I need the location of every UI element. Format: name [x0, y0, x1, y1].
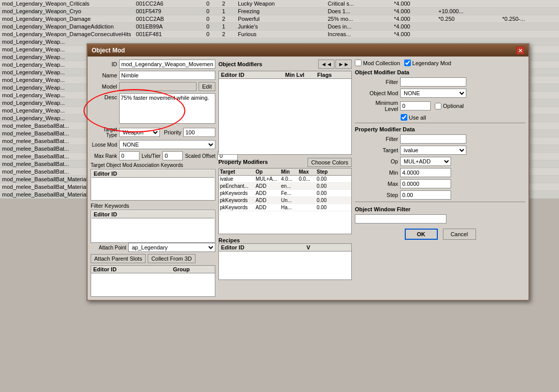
- ok-button[interactable]: OK: [405, 229, 438, 240]
- prop-mod-list[interactable]: Target Op Min Max Step ivalue MUL+A... 4…: [218, 168, 352, 234]
- dialog-close-button[interactable]: ✕: [516, 46, 524, 54]
- mod-collection-label[interactable]: Mod Collection: [355, 60, 400, 66]
- op-select[interactable]: MUL+ADD: [400, 157, 451, 166]
- name-row: Name: [91, 71, 215, 80]
- prop-row[interactable]: ivalue MUL+A... 4.0... 0.0... 0.00: [219, 176, 351, 183]
- min-label: Min: [355, 170, 398, 176]
- middle-panel: Object Modifiers ◄◄ ►► Editor ID Min Lvl…: [218, 60, 352, 297]
- divider1: [355, 123, 525, 123]
- legendary-mod-label[interactable]: Legendary Mod: [404, 60, 451, 66]
- bottom-list[interactable]: Editor ID Group: [91, 265, 215, 297]
- id-label: ID: [91, 61, 117, 67]
- target-object-mod-label: Target Object Mod Association Keywords: [91, 162, 215, 168]
- dialog-title: Object Mod: [92, 47, 125, 54]
- property-modifier-data-section: Property Modifier Data Filter Target iva…: [355, 126, 525, 200]
- loose-mod-select[interactable]: NONE: [119, 140, 215, 149]
- prop-min: en...: [281, 183, 299, 189]
- prop-step: 0.00: [317, 183, 334, 189]
- name-input[interactable]: [119, 71, 215, 80]
- mod-collection-checkbox[interactable]: [355, 60, 361, 66]
- target-type-row: Target Type Weapon Priority: [91, 127, 215, 138]
- attach-point-row: Attach Point ap_Legendary: [91, 243, 215, 252]
- name-label: Name: [91, 72, 117, 78]
- priority-input[interactable]: [183, 128, 215, 137]
- step-input[interactable]: [400, 190, 451, 200]
- max-input[interactable]: [400, 179, 451, 188]
- prop-target: peEnchant...: [220, 183, 256, 189]
- obj-list-header: Editor ID Min Lvl Flags: [219, 71, 351, 79]
- loose-mod-row: Loose Mod NONE: [91, 140, 215, 149]
- model-label: Model: [91, 83, 117, 90]
- filter-keywords-header: Editor ID: [92, 211, 214, 218]
- recipes-section: Recipes Editor ID V: [218, 237, 352, 280]
- id-input[interactable]: [119, 60, 215, 69]
- max-rank-input[interactable]: [119, 151, 139, 160]
- legendary-mod-checkbox[interactable]: [404, 60, 411, 66]
- property-modifier-data-title: Property Modifier Data: [355, 126, 525, 132]
- object-mod-label: Object Mod: [355, 90, 398, 96]
- obj-filter-input[interactable]: [355, 214, 446, 223]
- obj-col2: Min Lvl: [285, 72, 317, 78]
- target-type-select[interactable]: Weapon: [119, 128, 160, 137]
- top-checkboxes: Mod Collection Legendary Mod: [355, 60, 525, 66]
- max-label: Max: [355, 181, 398, 187]
- prop-row[interactable]: peEnchant... ADD en... 0.00: [219, 183, 351, 190]
- prop-op: ADD: [256, 198, 281, 203]
- prop-target: ivalue: [220, 176, 256, 182]
- edit-button[interactable]: Edit: [199, 82, 215, 91]
- prop-step: 0.00: [317, 198, 334, 203]
- attach-point-select[interactable]: ap_Legendary: [128, 243, 215, 252]
- obj-col1: Editor ID: [221, 72, 285, 78]
- minimum-level-input[interactable]: [400, 101, 431, 110]
- optional-checkbox[interactable]: [435, 103, 441, 109]
- desc-textarea[interactable]: 75% faster movement while aiming.: [119, 93, 215, 124]
- choose-colors-button[interactable]: Choose Colors: [308, 158, 352, 167]
- use-all-checkbox[interactable]: [401, 114, 407, 121]
- bottom-list-col2: Group: [173, 266, 213, 272]
- prop-col-min: Min: [281, 169, 299, 175]
- lvls-input[interactable]: [162, 151, 183, 160]
- attach-parent-slots-button[interactable]: Attach Parent Slots: [91, 254, 146, 263]
- right-filter-row: Filter: [355, 77, 525, 87]
- filter-keywords-list[interactable]: Editor ID: [91, 210, 215, 243]
- model-input[interactable]: [119, 82, 197, 91]
- prop-row[interactable]: pkKeywords ADD Un... 0.00: [219, 197, 351, 204]
- nav-left-button[interactable]: ◄◄: [318, 60, 334, 69]
- cancel-button[interactable]: Cancel: [443, 229, 476, 240]
- collect-from-3d-button[interactable]: Collect From 3D: [148, 254, 195, 263]
- recipes-header: Editor ID V: [219, 244, 351, 251]
- prop-filter-row: Filter: [355, 134, 525, 144]
- min-input[interactable]: [400, 168, 451, 177]
- prop-row[interactable]: pkKeywords ADD Fe... 0.00: [219, 190, 351, 197]
- optional-label[interactable]: Optional: [435, 103, 464, 109]
- prop-row[interactable]: pkKeywords ADD Ha... 0.00: [219, 204, 351, 211]
- recipes-list[interactable]: Editor ID V: [218, 243, 352, 280]
- prop-target: pkKeywords: [220, 205, 256, 210]
- nav-right-button[interactable]: ►►: [336, 60, 352, 69]
- right-filter-input[interactable]: [400, 77, 466, 87]
- prop-max: [299, 183, 317, 189]
- obj-col3: Flags: [317, 72, 349, 78]
- object-modifiers-label: Object Modifiers: [218, 61, 262, 67]
- use-all-label[interactable]: Use all: [401, 114, 426, 121]
- prop-max: 0.0...: [299, 176, 317, 182]
- target-select[interactable]: ivalue: [400, 146, 466, 155]
- min-row: Min: [355, 168, 525, 177]
- object-mod-select[interactable]: NONE: [400, 89, 466, 98]
- prop-target: pkKeywords: [220, 198, 256, 203]
- recipes-label: Recipes: [218, 237, 240, 243]
- right-panel: Mod Collection Legendary Mod Object Modi…: [355, 60, 525, 297]
- mod-collection-text: Mod Collection: [363, 60, 400, 66]
- max-rank-row: Max Rank Lvls/Tier Scaled Offset: [91, 151, 215, 160]
- legendary-mod-text: Legendary Mod: [412, 60, 451, 66]
- property-modifiers-section: Property Modifiers Choose Colors Target …: [218, 158, 352, 234]
- target-object-mod-header: Editor ID: [92, 170, 214, 178]
- prop-op: ADD: [256, 205, 281, 210]
- prop-max: [299, 198, 317, 203]
- divider2: [355, 202, 525, 202]
- target-object-mod-list[interactable]: Editor ID: [91, 169, 215, 201]
- object-mod-list[interactable]: Editor ID Min Lvl Flags: [218, 71, 352, 155]
- prop-filter-input[interactable]: [400, 134, 466, 144]
- prop-op: MUL+A...: [256, 176, 281, 182]
- target-row: Target ivalue: [355, 146, 525, 155]
